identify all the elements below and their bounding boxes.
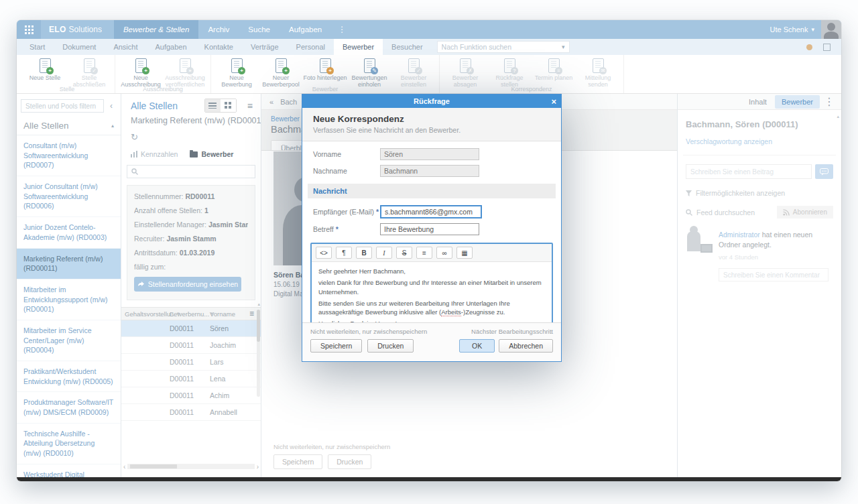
collapse-sidebar-icon[interactable] [106, 101, 117, 111]
tab-bewerber-right[interactable]: Bewerber [775, 95, 820, 109]
bold-button[interactable]: B [356, 247, 372, 259]
ribbon-tab-personal[interactable]: Personal [288, 39, 334, 55]
betreff-field[interactable] [380, 223, 479, 235]
collapse-section-icon[interactable] [111, 123, 114, 129]
feed-author-link[interactable]: Administrator [719, 231, 760, 239]
cross-badge-icon [467, 67, 474, 74]
topbar-tab-suche[interactable]: Suche [239, 20, 280, 39]
column-gehaltsvorstellung[interactable]: Gehaltsvorstellu... [125, 310, 170, 318]
post-input[interactable] [686, 164, 812, 179]
panel-menu-icon[interactable] [245, 101, 255, 111]
sidebar-item-position[interactable]: Praktikant/Werkstudent Entwicklung (m/w)… [17, 361, 121, 392]
table-row[interactable]: D00011Annabell [121, 404, 261, 421]
sidebar-item-position[interactable]: Junior Dozent Contelo-Akademie (m/w) (RD… [17, 217, 121, 248]
table-row[interactable]: D00011Lars [121, 354, 261, 371]
save-button[interactable]: Speichern [310, 339, 362, 353]
scroll-left-icon[interactable] [123, 463, 125, 470]
list-button[interactable]: ≡ [416, 247, 432, 259]
grid-view-button[interactable] [221, 99, 236, 112]
refresh-icon[interactable] [121, 125, 261, 142]
print-button[interactable]: Drucken [328, 454, 371, 469]
horizontal-scrollbar[interactable] [123, 462, 259, 470]
topbar-tab-bewerber-stellen[interactable]: Bewerber & Stellen [114, 20, 198, 39]
back-icon[interactable] [269, 98, 273, 106]
paragraph-button[interactable]: ¶ [336, 247, 352, 259]
app-launcher-icon[interactable] [17, 20, 41, 39]
function-search[interactable] [437, 41, 570, 53]
sidebar-item-position[interactable]: Junior Consultant (m/w) Softwareentwickl… [17, 176, 121, 217]
topbar-overflow-icon[interactable] [331, 20, 353, 39]
user-menu[interactable]: Ute Schenk [770, 20, 821, 39]
ribbon-button-neuer-bewerberpool[interactable]: Neuer Bewerberpool [259, 57, 303, 88]
section-header-alle-stellen[interactable]: Alle Stellen [17, 114, 121, 135]
ribbon-button-neue-stelle[interactable]: Neue Stelle [23, 57, 67, 81]
table-row[interactable]: D00011Sören [121, 320, 261, 337]
ribbon-tab-dokument[interactable]: Dokument [54, 39, 105, 55]
ribbon-tab-start[interactable]: Start [21, 39, 54, 55]
tab-bewerber[interactable]: Bewerber [190, 150, 233, 158]
feed-search-link[interactable]: Feed durchsuchen [686, 208, 755, 216]
sidebar-item-position[interactable]: Consultant (m/w) Softwareentwicklung (RD… [17, 135, 121, 176]
ribbon-tab-vertraege[interactable]: Verträge [242, 39, 288, 55]
applicant-search[interactable] [127, 165, 255, 178]
panel-overflow-icon[interactable] [821, 95, 837, 108]
ribbon-button-neue-bewerbung[interactable]: Neue Bewerbung [214, 57, 259, 88]
stellenanforderung-button[interactable]: Stellenanforderung einsehen [134, 277, 241, 292]
pin-icon[interactable] [806, 44, 812, 50]
dialog-title-bar[interactable]: Rückfrage [302, 94, 561, 108]
ribbon-tab-besucher[interactable]: Besucher [383, 39, 431, 55]
alle-stellen-link[interactable]: Alle Stellen [131, 101, 204, 111]
cancel-button[interactable]: Abbrechen [499, 339, 553, 353]
scrollbar-thumb[interactable] [130, 464, 177, 468]
user-avatar[interactable] [821, 20, 841, 39]
link-button[interactable]: ∞ [436, 247, 452, 259]
italic-button[interactable]: I [376, 247, 392, 259]
sidebar-item-position[interactable]: Werkstudent Digital Marketing (m/w) (RD0… [17, 464, 121, 477]
ribbon-button-bewertungen-einholen[interactable]: Bewertungen einholen [347, 57, 391, 88]
sidebar-filter-input[interactable] [21, 99, 104, 113]
subscribe-button[interactable]: Abonnieren [777, 206, 833, 218]
comment-input[interactable] [719, 268, 829, 281]
print-button[interactable]: Drucken [367, 339, 414, 353]
sidebar-item-position-selected[interactable]: Marketing Referent (m/w) (RD00011) [17, 249, 121, 279]
topbar-spacer [353, 20, 770, 39]
table-button[interactable]: ▦ [456, 247, 473, 259]
tab-inhalt[interactable]: Inhalt [742, 95, 774, 109]
ribbon-tab-ansicht[interactable]: Ansicht [105, 39, 146, 55]
ok-button[interactable]: OK [459, 339, 495, 353]
column-vorname[interactable]: Vorname [210, 310, 249, 318]
send-post-button[interactable] [815, 164, 833, 179]
message-body[interactable]: Sehr geehrter Herr Bachmann, vielen Dank… [312, 262, 552, 330]
code-view-button[interactable]: <> [316, 247, 332, 259]
fullscreen-icon[interactable] [823, 44, 831, 51]
ribbon-tab-bewerber[interactable]: Bewerber [334, 39, 383, 55]
scroll-right-icon[interactable] [257, 463, 259, 470]
ribbon-tab-kontakte[interactable]: Kontakte [196, 39, 242, 55]
filter-options-link[interactable]: Filtermöglichkeiten anzeigen [686, 189, 833, 197]
scroll-up-icon[interactable] [257, 302, 260, 307]
applicant-search-input[interactable] [141, 168, 251, 176]
save-button[interactable]: Speichern [273, 454, 322, 469]
email-field[interactable] [380, 205, 482, 218]
list-view-button[interactable] [205, 99, 221, 112]
strikethrough-button[interactable]: S [396, 247, 412, 259]
keywording-link[interactable]: Verschlagwortung anzeigen [686, 137, 833, 145]
sidebar-item-position[interactable]: Mitarbeiter im Entwicklungssupport (m/w)… [17, 279, 121, 320]
close-icon[interactable] [551, 94, 556, 108]
table-row[interactable]: D00011Joachim [121, 337, 261, 354]
topbar-tab-aufgaben[interactable]: Aufgaben [280, 20, 331, 39]
vertical-scrollbar[interactable] [257, 310, 260, 397]
function-search-input[interactable] [442, 43, 562, 51]
sidebar-item-position[interactable]: Produktmanager Software/IT (m/w) DMS/ECM… [17, 392, 121, 423]
ribbon-button-foto-hinterlegen[interactable]: Foto hinterlegen [303, 57, 347, 81]
table-row[interactable]: D00011Achim [121, 387, 261, 404]
sidebar-item-position[interactable]: Mitarbeiter im Service Center/Lager (m/w… [17, 320, 121, 361]
sidebar-item-position[interactable]: Technische Aushilfe - Abteilung Übersetz… [17, 424, 121, 464]
ribbon-tab-aufgaben[interactable]: Aufgaben [146, 39, 195, 55]
ribbon-button-neue-ausschreibung[interactable]: Neue Ausschreibung [119, 57, 163, 88]
topbar-tab-archiv[interactable]: Archiv [198, 20, 239, 39]
tab-kennzahlen[interactable]: Kennzahlen [131, 150, 178, 158]
chevron-down-icon[interactable] [562, 44, 565, 50]
table-row[interactable]: D00011Lena [121, 371, 261, 387]
column-bewerbernummer[interactable]: Bewerbernu... [170, 310, 210, 318]
